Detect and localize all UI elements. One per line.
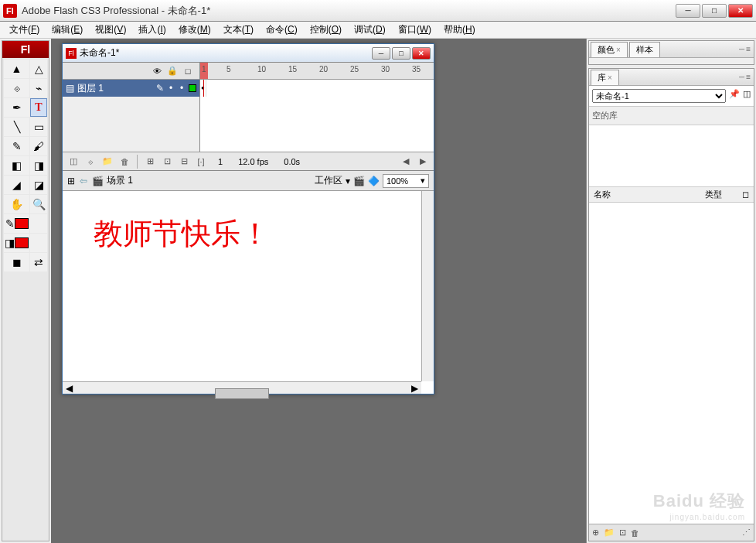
timeline-frames[interactable]: 1 5 10 15 20 25 30 35	[200, 63, 434, 152]
text-tool[interactable]: T	[30, 98, 47, 117]
ink-bottle-tool[interactable]: ◧	[4, 156, 29, 175]
col-type[interactable]: 类型	[705, 189, 742, 200]
hand-tool[interactable]: ✋	[4, 195, 29, 213]
frame-rate: 12.0 fps	[238, 157, 268, 166]
eye-dot[interactable]: •	[167, 83, 175, 94]
back-button[interactable]: ⇦	[80, 176, 87, 186]
menu-t[interactable]: 文本(T)	[217, 22, 260, 38]
stroke-color[interactable]: ✎	[4, 214, 29, 233]
stage-text[interactable]: 教师节快乐！	[94, 214, 403, 254]
delete-button[interactable]: 🗑	[631, 528, 639, 538]
lock-icon[interactable]: 🔒	[167, 66, 178, 76]
panel-collapse-icon[interactable]: ─	[739, 45, 744, 53]
pencil-icon: ✎	[156, 83, 164, 94]
line-tool[interactable]: ╲	[4, 118, 29, 136]
edit-symbol-button[interactable]: 🔷	[368, 176, 380, 186]
subselection-tool[interactable]: △	[30, 60, 47, 78]
timeline-toggle-icon[interactable]: ⊞	[67, 176, 75, 186]
eye-icon[interactable]: 👁	[152, 67, 162, 76]
close-button[interactable]: ✕	[728, 4, 753, 18]
new-library-icon[interactable]: ◫	[743, 89, 751, 103]
panel-menu-icon[interactable]: ≡	[746, 73, 751, 81]
black-white-tool[interactable]: ◼	[4, 253, 29, 272]
menu-w[interactable]: 窗口(W)	[392, 22, 438, 38]
menu-c[interactable]: 命令(C)	[260, 22, 304, 38]
scroll-right-icon[interactable]: ▶	[408, 383, 421, 394]
menu-m[interactable]: 修改(M)	[172, 22, 217, 38]
scroll-thumb[interactable]	[215, 388, 269, 399]
paint-bucket-tool[interactable]: ◨	[30, 156, 47, 175]
free-transform-tool[interactable]: ⟐	[4, 79, 29, 97]
doc-close-button[interactable]: ✕	[412, 47, 431, 60]
col-name[interactable]: 名称	[594, 189, 705, 200]
tab-color[interactable]: 颜色×	[591, 42, 628, 57]
library-document-select[interactable]: 未命名-1	[592, 89, 726, 103]
fill-color[interactable]: ◨	[4, 234, 29, 252]
zoom-tool[interactable]: 🔍	[30, 195, 47, 213]
doc-maximize-button[interactable]: □	[392, 47, 410, 60]
horizontal-scrollbar[interactable]: ◀ ▶	[63, 381, 421, 394]
pencil-tool[interactable]: ✎	[4, 137, 29, 155]
library-list[interactable]	[589, 203, 754, 524]
minimize-button[interactable]: ─	[676, 4, 700, 18]
stage-area[interactable]: 教师节快乐！	[63, 191, 434, 394]
new-folder-button[interactable]: 📁	[101, 155, 114, 168]
edit-scene-button[interactable]: 🎬	[353, 176, 365, 186]
menu-v[interactable]: 视图(V)	[89, 22, 132, 38]
selection-tool[interactable]: ▲	[4, 60, 29, 78]
col-sort-icon[interactable]: ◻	[742, 190, 749, 200]
swap-colors-tool[interactable]: ⇄	[30, 253, 47, 272]
layer-row[interactable]: ▤ 图层 1 ✎ • •	[63, 80, 199, 97]
new-layer-button[interactable]: ◫	[67, 155, 80, 168]
lasso-tool[interactable]: ⌁	[30, 79, 47, 97]
panel-collapse-icon[interactable]: ─	[739, 73, 744, 81]
workarea-dropdown[interactable]: ▾	[346, 176, 350, 186]
ruler-num: 10	[257, 65, 266, 73]
scroll-left-button[interactable]: ◀	[400, 155, 412, 168]
scene-name[interactable]: 场景 1	[107, 174, 133, 187]
menubar: 文件(F)编辑(E)视图(V)插入(I)修改(M)文本(T)命令(C)控制(O)…	[0, 22, 756, 39]
menu-f[interactable]: 文件(F)	[3, 22, 46, 38]
ruler-num: 35	[412, 65, 421, 73]
new-symbol-button[interactable]: ⊕	[592, 528, 599, 538]
maximize-button[interactable]: □	[702, 4, 727, 18]
menu-d[interactable]: 调试(D)	[348, 22, 392, 38]
layer-icon: ▤	[66, 83, 74, 94]
pin-icon[interactable]: 📌	[729, 89, 740, 103]
eraser-tool[interactable]: ◪	[30, 176, 47, 194]
tab-library[interactable]: 库×	[591, 70, 619, 85]
menu-h[interactable]: 帮助(H)	[438, 22, 482, 38]
rectangle-tool[interactable]: ▭	[30, 118, 47, 136]
lock-dot[interactable]: •	[178, 83, 186, 94]
center-frame-button[interactable]: ⊞	[144, 155, 156, 168]
brush-tool[interactable]: 🖌	[30, 137, 47, 155]
outline-icon[interactable]: □	[182, 67, 193, 76]
menu-i[interactable]: 插入(I)	[132, 22, 172, 38]
properties-button[interactable]: ⊡	[619, 528, 626, 538]
document-window: Fl 未命名-1* ─ □ ✕ 👁 🔒 □ ▤	[62, 43, 434, 394]
onion-skin-button[interactable]: ⊡	[161, 155, 173, 168]
zoom-select[interactable]: 100%▾	[383, 174, 429, 188]
outline-swatch[interactable]	[189, 84, 196, 92]
eyedropper-tool[interactable]: ◢	[4, 176, 29, 194]
scroll-left-icon[interactable]: ◀	[63, 383, 76, 394]
menu-o[interactable]: 控制(O)	[304, 22, 348, 38]
delete-layer-button[interactable]: 🗑	[118, 155, 131, 168]
close-icon[interactable]: ×	[608, 73, 612, 82]
resize-handle-icon[interactable]: ⋰	[742, 528, 751, 538]
menu-e[interactable]: 编辑(E)	[46, 22, 89, 38]
panel-menu-icon[interactable]: ≡	[746, 45, 751, 53]
scroll-right-button[interactable]: ▶	[417, 155, 429, 168]
frame-row[interactable]	[200, 80, 434, 97]
pen-tool[interactable]: ✒	[4, 98, 29, 117]
frame-ruler[interactable]: 1 5 10 15 20 25 30 35	[200, 63, 434, 80]
onion-outline-button[interactable]: ⊟	[178, 155, 190, 168]
edit-multiple-button[interactable]: [·]	[195, 155, 207, 168]
new-motion-button[interactable]: ⟐	[84, 155, 97, 168]
new-folder-button[interactable]: 📁	[604, 528, 615, 538]
close-icon[interactable]: ×	[616, 46, 621, 54]
tab-swatch[interactable]: 样本	[629, 42, 660, 57]
vertical-scrollbar[interactable]	[421, 191, 434, 381]
doc-minimize-button[interactable]: ─	[372, 47, 390, 60]
scene-icon: 🎬	[92, 176, 104, 186]
